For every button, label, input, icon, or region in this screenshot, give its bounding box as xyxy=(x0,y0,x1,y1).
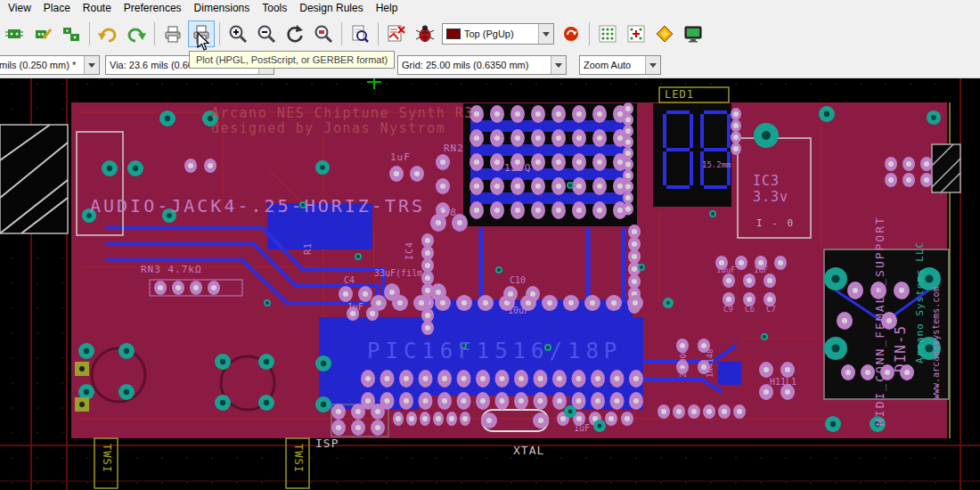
grid-dot xyxy=(635,457,636,458)
pcb-label: 1uF xyxy=(347,302,363,312)
grid-dot xyxy=(136,482,137,483)
redo-icon xyxy=(126,23,147,45)
pcb-label: XTAL xyxy=(513,444,544,457)
grid-dot xyxy=(61,307,62,308)
pad-drill xyxy=(557,376,562,381)
pad-drill xyxy=(461,300,467,306)
grid-dot xyxy=(86,83,87,84)
grid-dot xyxy=(660,482,661,483)
grid-dot xyxy=(910,83,911,84)
pad-drill xyxy=(385,398,390,404)
module-editor-button[interactable] xyxy=(29,20,56,47)
netlist-button[interactable] xyxy=(383,20,410,47)
grid-dot xyxy=(386,482,387,483)
pad-drill xyxy=(831,344,839,352)
pad-drill xyxy=(617,208,623,213)
pad-drill xyxy=(365,398,371,404)
module-browser-button[interactable] xyxy=(58,20,85,47)
menu-help[interactable]: Help xyxy=(370,1,404,15)
grid-dot xyxy=(560,482,561,483)
grid-dot xyxy=(236,457,237,458)
pad-drill xyxy=(449,416,454,421)
zoom-select[interactable]: Zoom Auto xyxy=(579,55,661,75)
viewer-3d-button[interactable] xyxy=(680,20,706,47)
pad-drill xyxy=(576,416,582,421)
redo-button[interactable] xyxy=(123,20,150,47)
pad-drill xyxy=(726,278,731,283)
pcb-label: designed by Jonas Nystrom xyxy=(211,120,445,136)
pad-drill xyxy=(747,278,752,283)
pad-drill xyxy=(925,274,933,282)
layer-select[interactable]: Top (PgUp) xyxy=(442,23,554,45)
grid-dot xyxy=(535,83,536,84)
undo-button[interactable] xyxy=(94,20,121,47)
grid-dot xyxy=(785,457,786,458)
grid-dot xyxy=(61,432,62,433)
pad-drill xyxy=(617,111,623,117)
pad-drill xyxy=(396,416,401,421)
pcb-label: 3.3v xyxy=(753,189,788,205)
pad-drill xyxy=(661,409,666,414)
pad-drill xyxy=(480,376,486,381)
grid-dot xyxy=(236,482,237,483)
erc-bug-button[interactable] xyxy=(412,20,438,47)
pad-drill xyxy=(363,291,368,297)
footprint-mode-button[interactable] xyxy=(1,20,28,47)
grid-size-select[interactable]: Grid: 25.00 mils (0.6350 mm) xyxy=(397,55,567,75)
pad-drill xyxy=(762,131,771,140)
pad-drill xyxy=(576,376,582,381)
pad-drill xyxy=(865,370,870,375)
pad-drill xyxy=(615,376,620,381)
pad-drill xyxy=(576,159,582,165)
pad-drill xyxy=(461,398,467,404)
menu-tools[interactable]: Tools xyxy=(256,1,293,15)
main-toolbar: Top (PgUp) xyxy=(0,15,980,53)
grid-settings-button[interactable] xyxy=(594,20,621,47)
grid-dot xyxy=(261,482,262,483)
menu-route[interactable]: Route xyxy=(77,1,118,15)
track-width-select[interactable]: mils (0.250 mm) * xyxy=(0,55,100,75)
microwave-tools-button[interactable] xyxy=(651,20,678,47)
grid-dot xyxy=(37,83,37,84)
grid-origin-button[interactable] xyxy=(623,20,649,47)
grid-dot xyxy=(436,457,437,458)
pad-drill xyxy=(158,285,163,290)
swap-layer-button[interactable] xyxy=(558,20,584,47)
grid-dot xyxy=(61,457,62,458)
redraw-button[interactable] xyxy=(282,20,308,47)
find-button[interactable] xyxy=(347,20,373,47)
pad-drill xyxy=(538,418,543,423)
menu-preferences[interactable]: Preferences xyxy=(118,1,188,15)
pad-drill xyxy=(733,111,739,117)
grid-dot xyxy=(585,83,586,84)
print-button[interactable] xyxy=(159,20,186,47)
pad-drill xyxy=(842,318,847,323)
menu-dimensions[interactable]: Dimensions xyxy=(188,1,257,15)
pad-drill xyxy=(597,184,602,189)
pad-drill xyxy=(830,421,836,427)
toolbar-separator xyxy=(154,22,155,45)
grid-dot xyxy=(760,482,761,483)
grid-dot xyxy=(12,108,12,109)
pad-drill xyxy=(726,297,731,302)
pad-drill xyxy=(640,265,643,269)
zoom-fit-button[interactable] xyxy=(310,20,337,47)
layer-color-swatch xyxy=(446,29,461,39)
zoom-in-button[interactable] xyxy=(225,20,251,47)
menu-place[interactable]: Place xyxy=(37,1,77,15)
grid-dot xyxy=(610,482,611,483)
menu-view[interactable]: View xyxy=(2,1,37,15)
pad-drill xyxy=(625,173,631,178)
pad-drill xyxy=(394,171,399,176)
pad-drill xyxy=(625,184,631,190)
zoom-out-button[interactable] xyxy=(253,20,280,47)
pad-drill xyxy=(538,398,543,404)
grid-dot xyxy=(436,83,437,84)
pad-drill xyxy=(733,123,739,128)
pad-drill xyxy=(556,135,561,141)
menu-design-rules[interactable]: Design Rules xyxy=(293,1,369,15)
pad-drill xyxy=(556,208,561,213)
pcb-canvas[interactable]: Arcano NES Chiptune Synth R3designed by … xyxy=(0,78,980,490)
grid-icon xyxy=(597,23,618,45)
pad-drill xyxy=(193,285,199,290)
